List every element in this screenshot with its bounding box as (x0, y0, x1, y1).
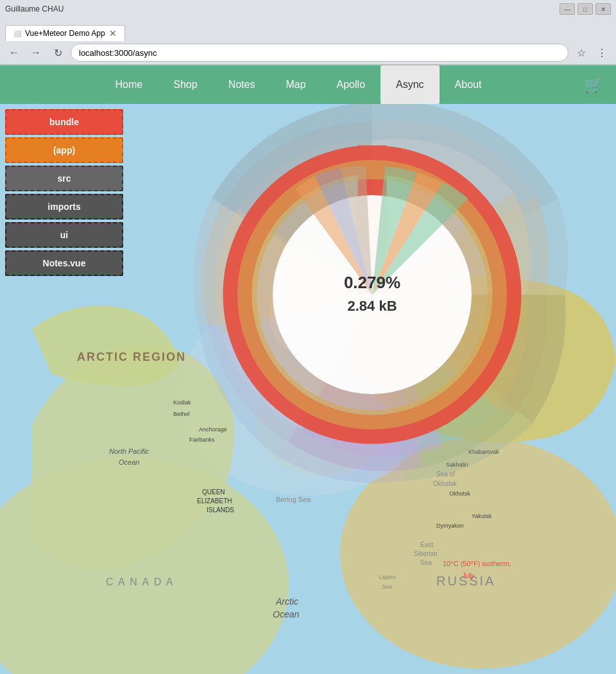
svg-text:ELIZABETH: ELIZABETH (197, 497, 232, 505)
sidebar-notesvue[interactable]: Notes.vue (5, 250, 123, 276)
svg-text:Fairbanks: Fairbanks (189, 436, 215, 443)
tab-bar: ⬜ Vue+Meteor Demo App ✕ (0, 18, 616, 41)
nav-async[interactable]: Async (381, 65, 440, 104)
svg-text:ARCTIC REGION: ARCTIC REGION (77, 350, 186, 363)
minimize-button[interactable]: — (560, 3, 575, 15)
window-controls[interactable]: — □ ✕ (560, 3, 611, 15)
svg-text:QUEEN: QUEEN (202, 488, 225, 496)
nav-map[interactable]: Map (270, 65, 321, 104)
browser-chrome: Guillaume CHAU — □ ✕ ⬜ Vue+Meteor Demo A… (0, 0, 616, 65)
app-content: North Pacific Ocean Arctic Ocean RUSSIA … (0, 65, 616, 674)
svg-text:Laptev: Laptev (379, 574, 397, 580)
svg-text:C A N A D A: C A N A D A (106, 576, 175, 587)
sidebar-ui[interactable]: ui (5, 222, 123, 248)
svg-text:Ocean: Ocean (273, 609, 299, 619)
tab-title: Vue+Meteor Demo App (25, 29, 105, 38)
svg-point-5 (270, 277, 334, 354)
nav-home[interactable]: Home (100, 65, 158, 104)
sidebar-src[interactable]: src (5, 166, 123, 191)
svg-text:Yakutsk: Yakutsk (472, 513, 492, 519)
svg-text:Ocean: Ocean (119, 458, 139, 466)
svg-text:Bethel: Bethel (173, 411, 190, 417)
user-info: Guillaume CHAU (5, 4, 64, 13)
nav-shop[interactable]: Shop (158, 65, 212, 104)
svg-text:Okhotsk: Okhotsk (433, 480, 458, 487)
sidebar-imports[interactable]: imports (5, 194, 123, 220)
tab-favicon: ⬜ (13, 30, 21, 37)
svg-text:East: East (420, 541, 433, 548)
sidebar-bundle[interactable]: bundle (5, 109, 123, 135)
address-bar-row: ← → ↻ ☆ ⋮ (0, 41, 616, 65)
svg-text:Sakhalin: Sakhalin (446, 462, 468, 468)
svg-text:Kodiak: Kodiak (173, 399, 191, 406)
svg-text:10°C (50°F) isotherm,: 10°C (50°F) isotherm, (443, 560, 511, 567)
close-button[interactable]: ✕ (595, 3, 611, 15)
cart-icon[interactable]: 🛒 (584, 76, 603, 94)
menu-icon[interactable]: ⋮ (593, 44, 611, 62)
nav-bar: Home Shop Notes Map Apollo Async About 🛒 (0, 65, 616, 104)
title-bar-left: Guillaume CHAU (5, 4, 64, 13)
svg-text:Khabarovsk: Khabarovsk (468, 449, 499, 455)
svg-text:Bering Sea: Bering Sea (276, 496, 311, 503)
svg-text:Sea of: Sea of (436, 471, 455, 478)
svg-text:Arctic: Arctic (275, 596, 298, 607)
browser-tab[interactable]: ⬜ Vue+Meteor Demo App ✕ (5, 25, 125, 41)
svg-text:Okhotsk: Okhotsk (449, 490, 471, 497)
nav-items: Home Shop Notes Map Apollo Async About (13, 65, 584, 104)
svg-text:July: July (462, 571, 475, 579)
sidebar: bundle (app) src imports ui Notes.vue (0, 104, 128, 284)
nav-notes[interactable]: Notes (213, 65, 271, 104)
sidebar-app[interactable]: (app) (5, 137, 123, 163)
svg-text:North Pacific: North Pacific (109, 447, 150, 455)
address-input[interactable] (71, 44, 569, 62)
bookmark-icon[interactable]: ☆ (572, 44, 590, 62)
svg-text:Anchorage: Anchorage (199, 426, 227, 433)
back-button[interactable]: ← (5, 44, 23, 62)
address-icons: ☆ ⋮ (572, 44, 611, 62)
nav-about[interactable]: About (440, 65, 497, 104)
svg-text:Siberian: Siberian (414, 550, 438, 557)
tab-close-icon[interactable]: ✕ (109, 28, 117, 39)
svg-text:Sea: Sea (420, 559, 432, 566)
svg-text:ISLANDS: ISLANDS (207, 506, 234, 514)
title-bar: Guillaume CHAU — □ ✕ (0, 0, 616, 18)
maximize-button[interactable]: □ (578, 3, 593, 15)
svg-text:Dymyakon: Dymyakon (436, 523, 464, 529)
svg-text:Sea: Sea (382, 583, 392, 590)
nav-apollo[interactable]: Apollo (321, 65, 381, 104)
reload-button[interactable]: ↻ (49, 44, 67, 62)
forward-button[interactable]: → (27, 44, 45, 62)
